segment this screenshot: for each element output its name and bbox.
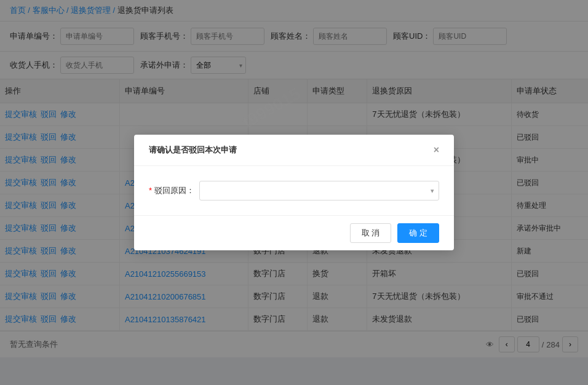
- modal-reject-label: * 驳回原因：: [149, 185, 194, 196]
- modal-overlay: 请确认是否驳回本次申请 × * 驳回原因： 原因1 原因2 原因3 ▾: [0, 0, 588, 385]
- required-star: *: [149, 186, 152, 195]
- modal-title: 请确认是否驳回本次申请: [149, 145, 237, 156]
- modal-footer: 取 消 确 定: [134, 215, 454, 250]
- modal-header: 请确认是否驳回本次申请 ×: [134, 135, 454, 166]
- cancel-button[interactable]: 取 消: [350, 223, 392, 243]
- reject-reason-select[interactable]: 原因1 原因2 原因3: [199, 181, 439, 200]
- modal-select-wrapper: 原因1 原因2 原因3 ▾: [199, 181, 439, 200]
- modal-close-button[interactable]: ×: [434, 145, 439, 156]
- reject-modal: 请确认是否驳回本次申请 × * 驳回原因： 原因1 原因2 原因3 ▾: [134, 135, 454, 250]
- modal-body: * 驳回原因： 原因1 原因2 原因3 ▾: [134, 166, 454, 215]
- modal-reject-reason-field: * 驳回原因： 原因1 原因2 原因3 ▾: [149, 181, 439, 200]
- reject-reason-label-text: 驳回原因：: [154, 186, 194, 195]
- watermark: t999015: [239, 84, 304, 132]
- confirm-button[interactable]: 确 定: [397, 223, 439, 243]
